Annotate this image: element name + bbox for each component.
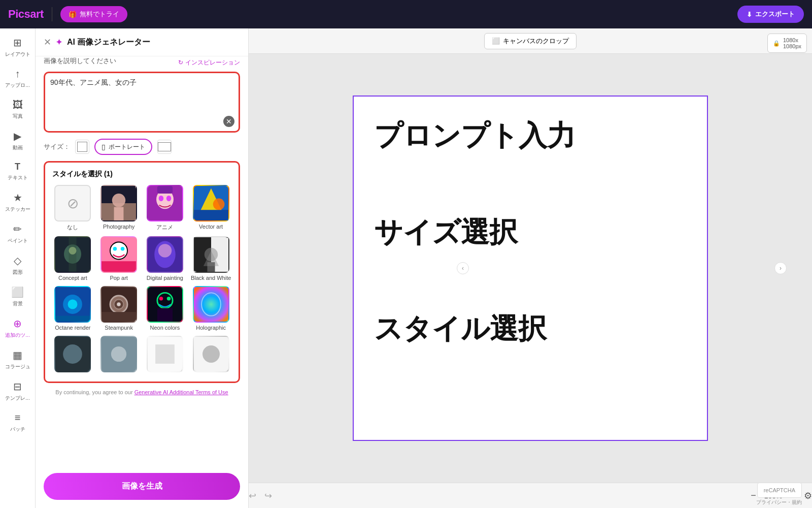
style-item-octane[interactable]: Octane render [52, 286, 93, 331]
style-thumb-concept [54, 236, 91, 273]
svg-rect-21 [101, 261, 136, 272]
upload-icon: ↑ [15, 68, 20, 80]
prompt-label-row: 画像を説明してください ↻ インスピレーション [44, 56, 240, 69]
ai-panel: ✕ ✦ AI 画像ジェネレーター 画像を説明してください ↻ インスピレーション… [36, 28, 249, 508]
style-item-vector[interactable]: Vector art [190, 185, 231, 231]
svg-rect-33 [55, 316, 90, 322]
sidebar-item-video[interactable]: ▶ 動画 [2, 126, 34, 155]
style-label-digital: Digital painting [147, 275, 183, 281]
canvas-frame[interactable]: プロンプト入力 サイズ選択 スタイル選択 [353, 96, 708, 441]
prompt-textarea[interactable]: 90年代、アニメ風、女の子 [50, 78, 233, 124]
style-label-photography: Photography [103, 224, 134, 230]
svg-rect-43 [157, 308, 173, 322]
style-thumb-octane [54, 286, 91, 323]
style-item-extra4[interactable] [190, 336, 231, 374]
picsart-logo: Picsart [8, 8, 44, 21]
trial-button[interactable]: 🎁 無料でトライ [60, 6, 127, 22]
sidebar-item-text[interactable]: T テキスト [2, 157, 34, 185]
style-item-neon[interactable]: Neon colors [145, 286, 186, 331]
style-thumb-anime [147, 185, 183, 221]
sidebar-item-upload[interactable]: ↑ アップロ... [2, 64, 34, 93]
privacy-link[interactable]: プライバシー・規約 [756, 499, 802, 506]
style-item-anime[interactable]: アニメ [145, 185, 186, 231]
inspiration-button[interactable]: ↻ インスピレーション [178, 58, 240, 67]
topbar-right: ⬇ エクスポート [737, 6, 804, 23]
svg-point-19 [113, 247, 117, 251]
sidebar-item-bg[interactable]: ⬜ 背景 [2, 282, 34, 311]
panel-header: ✕ ✦ AI 画像ジェネレーター [36, 28, 248, 56]
style-item-extra1[interactable] [52, 336, 93, 374]
layout-icon: ⊞ [13, 37, 22, 49]
generate-button[interactable]: 画像を生成 [44, 473, 240, 500]
prompt-label: 画像を説明してください [44, 56, 116, 66]
style-item-steampunk[interactable]: Steampunk [98, 286, 140, 331]
sidebar-item-sticker[interactable]: ★ ステッカー [2, 187, 34, 217]
prompt-box: 90年代、アニメ風、女の子 ✕ [44, 72, 240, 133]
panel-scroll-area: 画像を説明してください ↻ インスピレーション 90年代、アニメ風、女の子 ✕ … [36, 56, 248, 465]
collapse-right-button[interactable]: › [774, 262, 787, 274]
zoom-out-button[interactable]: − [751, 490, 756, 501]
canvas-settings-button[interactable]: ⚙ [804, 490, 812, 501]
svg-rect-51 [155, 344, 175, 364]
paint-icon: ✏ [13, 223, 22, 235]
close-panel-button[interactable]: ✕ [44, 37, 51, 48]
canvas-area: ‹ ⬜ キャンバスのクロップ 🔒 1080x 1080px プロンプト入力 サイ… [249, 28, 812, 508]
panel-title: AI 画像ジェネレーター [67, 37, 150, 48]
canvas-size-badge: 🔒 1080x 1080px [767, 34, 807, 53]
sidebar-item-paint[interactable]: ✏ ペイント [2, 219, 34, 248]
prompt-section: 画像を説明してください ↻ インスピレーション 90年代、アニメ風、女の子 ✕ [44, 56, 240, 133]
topbar: Picsart 🎁 無料でトライ ⬇ エクスポート [0, 0, 812, 28]
bg-icon: ⬜ [11, 286, 24, 298]
sidebar-item-collage[interactable]: ▦ コラージュ [2, 345, 34, 374]
style-label-none: なし [67, 224, 78, 231]
clear-prompt-button[interactable]: ✕ [223, 116, 234, 127]
style-item-digital[interactable]: Digital painting [145, 236, 186, 281]
style-item-concept[interactable]: Concept art [52, 236, 93, 281]
terms-text: By continuing, you agree to our Generati… [44, 389, 240, 395]
collapse-left-button[interactable]: ‹ [457, 262, 469, 274]
size-row: サイズ： ▯ ポートレート [44, 139, 240, 155]
svg-rect-44 [194, 287, 228, 322]
sidebar-item-addtools[interactable]: ⊕ 追加のツ... [2, 313, 34, 343]
size-portrait-button[interactable]: ▯ ポートレート [94, 139, 152, 155]
lock-icon: 🔒 [773, 40, 780, 47]
style-section-title: スタイルを選択 (1) [52, 170, 231, 179]
sidebar-item-layout[interactable]: ⊞ レイアウト [2, 33, 34, 62]
style-item-extra3[interactable] [145, 336, 186, 374]
svg-point-7 [166, 196, 171, 201]
svg-point-49 [111, 346, 126, 362]
sidebar-item-batch[interactable]: ≡ バッチ [2, 408, 34, 437]
canvas-toolbar: ⬜ キャンバスのクロップ [249, 28, 812, 54]
style-item-bw[interactable]: Black and White [190, 236, 231, 281]
square-icon [77, 142, 87, 152]
size-square-button[interactable] [75, 140, 89, 154]
style-item-photography[interactable]: Photography [98, 185, 140, 231]
text-icon: T [15, 162, 20, 172]
style-item-holographic[interactable]: Holographic [190, 286, 231, 331]
svg-point-2 [112, 194, 125, 207]
canvas-bottom-bar: ↩ ↪ − 100% + ⚙ [249, 483, 812, 508]
download-icon: ⬇ [747, 11, 752, 18]
style-item-pop[interactable]: Pop art [98, 236, 140, 281]
undo-button[interactable]: ↩ [249, 490, 256, 501]
svg-point-6 [159, 196, 163, 201]
style-label-concept: Concept art [58, 275, 87, 281]
crop-button[interactable]: ⬜ キャンバスのクロップ [484, 33, 577, 49]
style-label-pop: Pop art [110, 275, 127, 281]
style-item-none[interactable]: ⊘ なし [52, 185, 93, 231]
shape-icon: ◇ [14, 255, 21, 267]
style-label-steampunk: Steampunk [105, 325, 133, 331]
refresh-icon: ↻ [178, 59, 183, 66]
export-button[interactable]: ⬇ エクスポート [737, 6, 804, 23]
style-item-extra2[interactable] [98, 336, 140, 374]
style-thumb-bw [193, 236, 229, 273]
size-landscape-button[interactable] [157, 140, 172, 154]
style-label-neon: Neon colors [150, 325, 180, 331]
style-thumb-photography [100, 185, 137, 221]
sidebar-item-template[interactable]: ⊟ テンプレ... [2, 376, 34, 406]
redo-button[interactable]: ↪ [264, 490, 272, 501]
sidebar-item-photo[interactable]: 🖼 写真 [2, 95, 34, 124]
sidebar-item-shape[interactable]: ◇ 図形 [2, 250, 34, 280]
terms-link[interactable]: Generative AI Additional Terms of Use [134, 389, 228, 395]
style-label-octane: Octane render [55, 325, 90, 331]
